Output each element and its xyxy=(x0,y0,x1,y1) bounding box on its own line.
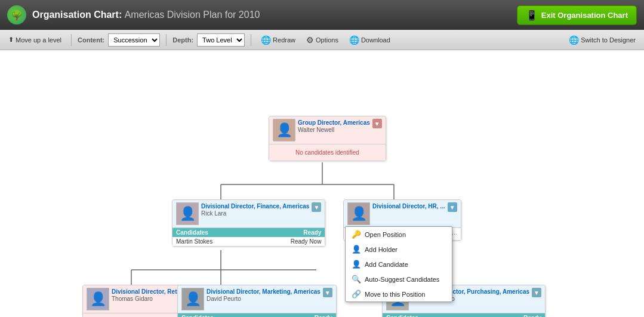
menu-auto-suggest[interactable]: 🔍 Auto-Suggest Candidates xyxy=(346,272,452,287)
mid-grandchild-header: 👤 Divisional Director, Marketing, Americ… xyxy=(178,285,336,313)
download-icon: 🌐 xyxy=(349,35,359,45)
right-child-header: 👤 Divisional Director, HR, ... ▼ xyxy=(344,200,461,228)
root-node-photo: 👤 xyxy=(273,119,295,141)
right-grandchild-dropdown[interactable]: ▼ xyxy=(532,288,541,297)
left-child-dropdown[interactable]: ▼ xyxy=(312,202,321,212)
root-node: 👤 Group Director, Americas Walter Newell… xyxy=(269,116,386,161)
header: 🌳 Organisation Chart: Americas Division … xyxy=(0,0,644,30)
depth-select[interactable]: Two Level xyxy=(197,33,245,47)
separator-2 xyxy=(166,34,167,46)
left-child-body: Candidates Ready Martin Stokes Ready Now xyxy=(172,228,325,246)
depth-label: Depth: xyxy=(172,36,193,44)
redraw-icon: 🌐 xyxy=(261,35,271,45)
right-child-info: Divisional Director, HR, ... xyxy=(372,202,445,210)
separator-3 xyxy=(251,34,251,46)
chart-area: 👤 Group Director, Americas Walter Newell… xyxy=(0,50,644,317)
right-child-dropdown[interactable]: ▼ xyxy=(448,202,457,212)
root-node-info: Group Director, Americas Walter Newell xyxy=(298,119,370,133)
mid-grandchild-body: Candidates Ready Amy Shoemaker Jun 2010 xyxy=(178,313,336,317)
redraw-button[interactable]: 🌐 Redraw xyxy=(257,34,299,46)
left-child-info: Divisional Director, Finance, Americas R… xyxy=(201,202,309,217)
right-grandchild-cand-header: Candidates Ready xyxy=(383,313,545,317)
options-button[interactable]: ⚙ Options xyxy=(303,34,342,46)
menu-open-position[interactable]: 🔑 Open Position xyxy=(346,227,452,242)
add-candidate-icon: 👤 xyxy=(352,260,361,269)
app-logo: 🌳 xyxy=(7,5,26,24)
menu-add-holder[interactable]: 👤 Add Holder xyxy=(346,242,452,257)
mid-grandchild-node: 👤 Divisional Director, Marketing, Americ… xyxy=(177,285,337,317)
right-grandchild-body: Candidates Ready Amy Shoemaker Ready Now xyxy=(383,313,545,317)
exit-icon: 📱 xyxy=(526,10,538,21)
auto-suggest-icon: 🔍 xyxy=(352,275,361,284)
left-child-header: 👤 Divisional Director, Finance, Americas… xyxy=(172,200,325,228)
connections-svg xyxy=(0,50,644,317)
context-menu: 🔑 Open Position 👤 Add Holder 👤 Add Candi… xyxy=(345,226,452,302)
open-position-icon: 🔑 xyxy=(352,230,361,239)
separator-1 xyxy=(71,34,72,46)
right-child-photo: 👤 xyxy=(347,202,370,225)
root-node-header: 👤 Group Director, Americas Walter Newell… xyxy=(269,116,386,144)
left-grandchild-photo: 👤 xyxy=(87,288,109,310)
options-icon: ⚙ xyxy=(306,35,314,45)
add-holder-icon: 👤 xyxy=(352,245,361,254)
mid-grandchild-photo: 👤 xyxy=(181,288,204,310)
left-child-photo: 👤 xyxy=(176,202,199,225)
toolbar: ⬆ Move up a level Content: Succession De… xyxy=(0,30,644,50)
move-up-icon: ⬆ xyxy=(8,36,14,44)
mid-grandchild-info: Divisional Director, Marketing, Americas… xyxy=(207,288,321,302)
mid-grandchild-cand-header: Candidates Ready xyxy=(178,313,336,317)
app-title: Organisation Chart: Americas Division Pl… xyxy=(32,10,517,20)
content-select[interactable]: Succession xyxy=(108,33,160,47)
move-up-button[interactable]: ⬆ Move up a level xyxy=(5,35,65,45)
move-position-icon: 🔗 xyxy=(352,290,361,298)
left-child-cand-header: Candidates Ready xyxy=(172,228,325,237)
mid-grandchild-dropdown[interactable]: ▼ xyxy=(323,288,332,297)
menu-add-candidate[interactable]: 👤 Add Candidate xyxy=(346,257,452,272)
download-button[interactable]: 🌐 Download xyxy=(346,34,394,46)
root-node-body: No candidates identified xyxy=(269,144,386,161)
menu-move-position[interactable]: 🔗 Move to this Position xyxy=(346,287,452,301)
switch-designer-button[interactable]: 🌐 Switch to Designer xyxy=(565,34,639,46)
content-label: Content: xyxy=(78,36,104,44)
root-node-dropdown[interactable]: ▼ xyxy=(372,119,382,128)
designer-icon: 🌐 xyxy=(569,35,579,45)
left-child-cand-row-0: Martin Stokes Ready Now xyxy=(172,237,325,246)
exit-button[interactable]: 📱 Exit Organisation Chart xyxy=(517,5,637,25)
left-child-node: 👤 Divisional Director, Finance, Americas… xyxy=(172,199,325,247)
